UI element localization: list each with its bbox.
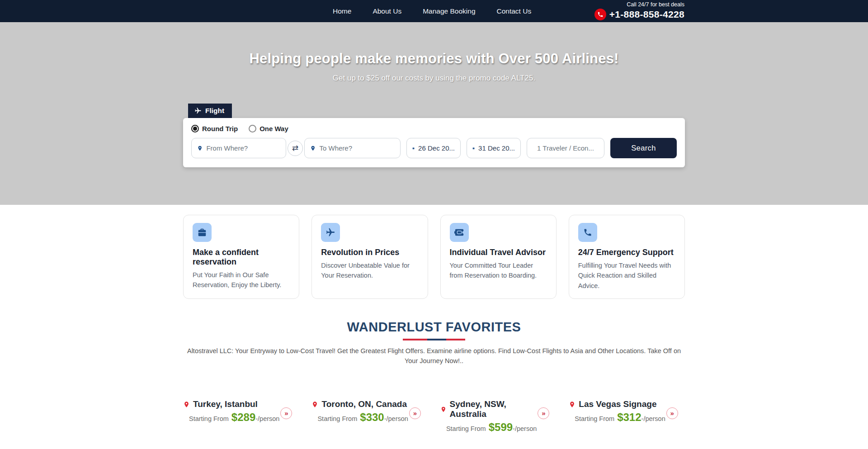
nav-link[interactable]: About Us (373, 7, 401, 15)
trip-type-radio[interactable]: One Way (249, 125, 288, 132)
plane-icon (321, 223, 340, 242)
double-chevron-right-icon[interactable]: » (538, 407, 549, 419)
feature-text: Put Your Faith in Our Safe Reservation, … (193, 270, 290, 290)
phone-icon (578, 223, 597, 242)
phone-badge-icon (594, 9, 606, 20)
destination-name: Las Vegas Signage (579, 399, 656, 409)
feature-card: 24/7 Emergency Support Fulfilling Your T… (569, 215, 685, 299)
location-pin-icon (311, 400, 318, 409)
nav-links: Home About Us Manage Booking Contact Us (333, 0, 531, 22)
features-row: Make a confident reservation Put Your Fa… (183, 215, 685, 299)
swap-locations-button[interactable]: ⇄ (288, 141, 303, 156)
nav-link[interactable]: Manage Booking (423, 7, 475, 15)
feature-title: 24/7 Emergency Support (578, 248, 675, 257)
destination-price: Starting From$599-/person (446, 421, 537, 434)
location-pin-icon (440, 405, 447, 414)
search-button[interactable]: Search (610, 138, 677, 158)
favorites-description: Altostravel LLC: Your Entryway to Low-Co… (182, 346, 686, 366)
phone-block: Call 24/7 for best deals +1-888-858-4228 (594, 1, 684, 20)
feature-title: Individual Travel Advisor (450, 248, 547, 257)
location-pin-icon (197, 144, 203, 152)
tab-flight-label: Flight (205, 107, 224, 115)
double-chevron-right-icon[interactable]: » (280, 407, 292, 419)
tab-flight[interactable]: Flight (188, 104, 232, 118)
feature-title: Make a confident reservation (193, 248, 290, 267)
destination-card[interactable]: Sydney, NSW, Australia Starting From$599… (440, 399, 557, 434)
double-chevron-right-icon[interactable]: » (409, 407, 421, 419)
return-date-value: 31 Dec 20... (478, 144, 515, 152)
plane-icon (194, 107, 202, 114)
trip-type-options: Round Trip One Way (191, 125, 677, 132)
nav-link[interactable]: Home (333, 7, 351, 15)
favorites-title: WANDERLUST FAVORITES (0, 320, 868, 335)
depart-date-field[interactable]: 26 Dec 20... (406, 138, 461, 158)
destination-card[interactable]: Toronto, ON, Canada Starting From$330-/p… (311, 399, 428, 434)
traveler-class-value: 1 Traveler / Econ... (537, 144, 594, 152)
from-input[interactable] (206, 144, 280, 152)
calendar-icon (412, 145, 415, 152)
hero-subtitle: Get up to $25 off our costs by using the… (0, 74, 868, 83)
feature-title: Revolution in Prices (321, 248, 418, 257)
destination-price: Starting From$312-/person (575, 411, 665, 424)
hero-title: Helping people make memories with Over 5… (0, 22, 868, 67)
radio-icon (249, 125, 256, 132)
top-navbar: Home About Us Manage Booking Contact Us … (0, 0, 868, 22)
ticket-icon (450, 223, 469, 242)
price-suffix: -/person (384, 415, 408, 422)
destination-name: Sydney, NSW, Australia (450, 399, 537, 419)
feature-card: Individual Travel Advisor Your Committed… (440, 215, 557, 299)
destination-name: Turkey, Istanbul (193, 399, 258, 409)
briefcase-icon (193, 223, 212, 242)
feature-text: Discover Unbeatable Value for Your Reser… (321, 260, 418, 281)
price-value: $599 (486, 421, 513, 433)
price-prefix: Starting From (446, 425, 486, 432)
price-prefix: Starting From (189, 415, 229, 422)
phone-number-link[interactable]: +1-888-858-4228 (609, 9, 684, 20)
destination-name: Toronto, ON, Canada (321, 399, 407, 409)
destination-price: Starting From$330-/person (317, 411, 408, 424)
to-field[interactable] (304, 138, 401, 158)
price-prefix: Starting From (317, 415, 357, 422)
radio-icon (191, 125, 199, 132)
trip-type-label: One Way (259, 125, 288, 132)
feature-card: Revolution in Prices Discover Unbeatable… (311, 215, 428, 299)
destination-card[interactable]: Turkey, Istanbul Starting From$289-/pers… (183, 399, 299, 434)
price-suffix: -/person (255, 415, 279, 422)
depart-date-value: 26 Dec 20... (418, 144, 455, 152)
return-date-field[interactable]: 31 Dec 20... (467, 138, 521, 158)
price-suffix: -/person (513, 425, 537, 432)
price-prefix: Starting From (575, 415, 614, 422)
title-underline (403, 339, 465, 340)
price-value: $330 (357, 411, 384, 423)
location-pin-icon (310, 144, 316, 152)
trip-type-label: Round Trip (202, 125, 238, 132)
destination-price: Starting From$289-/person (189, 411, 279, 424)
call-label: Call 24/7 for best deals (594, 1, 684, 8)
price-value: $312 (614, 411, 641, 423)
destinations-grid: Turkey, Istanbul Starting From$289-/pers… (183, 399, 685, 449)
feature-text: Fulfilling Your Travel Needs with Quick … (578, 260, 675, 291)
double-chevron-right-icon[interactable]: » (666, 407, 678, 419)
hero-section: Helping people make memories with Over 5… (0, 22, 868, 205)
calendar-icon (472, 145, 475, 152)
price-value: $289 (229, 411, 255, 423)
from-field[interactable] (191, 138, 286, 158)
trip-type-radio[interactable]: Round Trip (191, 125, 238, 132)
traveler-class-field[interactable]: 1 Traveler / Econ... (527, 138, 604, 158)
feature-text: Your Committed Tour Leader from Reservat… (450, 260, 547, 281)
location-pin-icon (183, 400, 190, 409)
to-input[interactable] (319, 144, 395, 152)
nav-link[interactable]: Contact Us (497, 7, 532, 15)
search-panel: Round Trip One Way ⇄ 26 Dec 20... (183, 118, 685, 167)
favorites-section: WANDERLUST FAVORITES Altostravel LLC: Yo… (0, 320, 868, 449)
location-pin-icon (569, 400, 576, 409)
feature-card: Make a confident reservation Put Your Fa… (183, 215, 299, 299)
destination-card[interactable]: Las Vegas Signage Starting From$312-/per… (569, 399, 685, 434)
flight-search-widget: Flight Round Trip One Way ⇄ (183, 104, 685, 167)
price-suffix: -/person (642, 415, 665, 422)
